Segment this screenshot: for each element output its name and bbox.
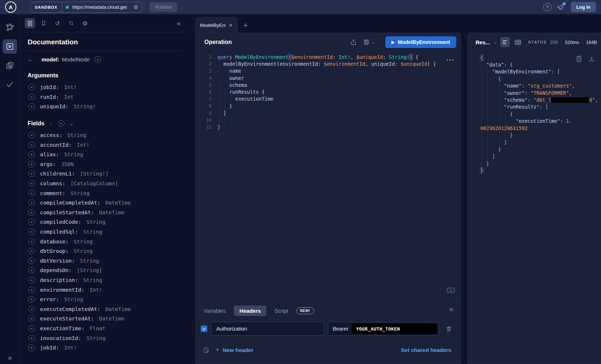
field-type[interactable]: String [74, 239, 93, 244]
add-field-icon[interactable]: + [28, 296, 35, 303]
save-operation-control[interactable]: ⌄ [363, 39, 375, 45]
tab-headers[interactable]: Headers [234, 306, 266, 316]
login-button[interactable]: Log in [571, 2, 596, 12]
add-field-icon[interactable]: + [28, 344, 35, 351]
add-field-icon[interactable]: + [28, 258, 35, 264]
raw-view-icon[interactable] [500, 37, 510, 47]
field-name[interactable]: executeStartedAt: [40, 316, 94, 321]
sort-fields-icon[interactable]: ↓ [49, 121, 52, 126]
field-type[interactable]: DateTime [105, 200, 131, 206]
add-field-icon[interactable]: + [28, 94, 35, 100]
run-operation-button[interactable]: ▶ ModelByEnvironment [385, 36, 456, 48]
add-type-icon[interactable]: + [95, 56, 101, 63]
set-shared-headers-link[interactable]: Set shared headers [401, 347, 451, 353]
add-field-icon[interactable]: + [28, 151, 35, 158]
keyboard-shortcuts-icon[interactable] [447, 287, 455, 293]
add-field-icon[interactable]: + [28, 180, 35, 187]
field-name[interactable]: error: [40, 296, 59, 302]
field-type[interactable]: String [74, 248, 93, 254]
code-line[interactable]: 5 schema [196, 81, 461, 88]
announcements-icon[interactable] [557, 3, 565, 11]
field-name[interactable]: alias: [40, 151, 59, 157]
field-name[interactable]: childrenL1: [40, 171, 75, 177]
code-line[interactable]: 9 } [196, 109, 461, 116]
help-icon[interactable]: ? [543, 3, 552, 11]
field-type[interactable]: [CatalogColumn] [71, 181, 118, 186]
field-name[interactable]: executionTime: [40, 325, 84, 331]
field-type[interactable]: Int! [89, 287, 102, 293]
collapse-subpanel-icon[interactable] [448, 306, 454, 312]
field-type[interactable]: String [64, 296, 83, 302]
response-title[interactable]: Res... [476, 39, 490, 45]
field-name[interactable]: dbtVersion: [40, 258, 75, 264]
field-type[interactable]: Int! [64, 84, 77, 90]
add-field-icon[interactable]: + [28, 103, 35, 110]
field-type[interactable]: String! [74, 104, 96, 109]
add-all-fields-icon[interactable]: + [58, 120, 64, 127]
checks-icon[interactable] [3, 77, 17, 92]
editor-more-options-icon[interactable]: ••• [446, 57, 455, 62]
add-field-icon[interactable]: + [28, 84, 35, 90]
docs-settings-icon[interactable]: ⚙ [80, 18, 90, 28]
add-field-icon[interactable]: + [28, 161, 35, 167]
save-menu-chevron-icon[interactable]: ⌄ [372, 40, 375, 45]
publish-button[interactable]: Publish [149, 2, 177, 12]
field-name[interactable]: description: [40, 277, 78, 283]
schema-graph-icon[interactable] [3, 20, 17, 35]
add-field-icon[interactable]: + [28, 209, 35, 216]
field-name[interactable]: compileCompletedAt: [40, 200, 100, 206]
field-type[interactable]: String [83, 277, 102, 283]
field-type[interactable]: Int! [77, 142, 89, 148]
operation-collections-icon[interactable] [3, 58, 17, 73]
field-name[interactable]: executeCompletedAt: [40, 306, 100, 312]
search-icon[interactable] [66, 18, 76, 28]
new-tab-icon[interactable]: + [243, 21, 248, 30]
back-icon[interactable]: ← [28, 56, 37, 63]
field-name[interactable]: database: [40, 239, 69, 244]
field-type[interactable]: String [67, 132, 86, 138]
field-name[interactable]: access: [40, 132, 62, 138]
field-name[interactable]: uniqueId: [40, 104, 69, 109]
field-name[interactable]: args: [40, 161, 56, 167]
field-type[interactable]: String [80, 258, 99, 264]
field-type[interactable]: String [64, 151, 83, 157]
field-type[interactable]: [String!] [80, 171, 109, 177]
code-line[interactable]: 2 modelByEnvironment(environmentId: $env… [196, 60, 461, 67]
expand-rail-icon[interactable]: » [0, 353, 20, 362]
field-type[interactable]: String [87, 335, 105, 341]
code-line[interactable]: 10 [196, 117, 461, 124]
share-operation-icon[interactable] [350, 39, 357, 45]
preflight-script-icon[interactable] [203, 347, 210, 353]
bookmark-icon[interactable] [39, 18, 49, 28]
field-type[interactable]: String [87, 219, 105, 225]
field-name[interactable]: jobId: [40, 345, 59, 351]
add-field-icon[interactable]: + [28, 199, 35, 206]
add-field-icon[interactable]: + [28, 335, 35, 341]
field-name[interactable]: accountId: [40, 142, 72, 148]
field-type[interactable]: [String] [77, 267, 102, 273]
code-line[interactable]: 11} [196, 124, 461, 130]
add-field-icon[interactable]: + [28, 142, 35, 148]
history-icon[interactable]: ↺ [52, 18, 63, 28]
add-field-icon[interactable]: + [28, 170, 35, 177]
close-tab-icon[interactable]: ✕ [229, 23, 233, 28]
tab-variables[interactable]: Variables [204, 308, 226, 314]
field-name[interactable]: invocationId: [40, 335, 81, 341]
add-field-icon[interactable]: + [28, 306, 35, 312]
add-field-icon[interactable]: + [28, 315, 35, 322]
endpoint-url-input[interactable] [72, 4, 131, 10]
table-view-icon[interactable] [513, 37, 522, 47]
field-type[interactable]: String [71, 190, 89, 196]
field-type[interactable]: DateTime [105, 306, 131, 312]
operation-tab[interactable]: ModelByEnvi... ✕ [195, 17, 237, 33]
field-type[interactable]: Int [64, 94, 73, 100]
add-field-icon[interactable]: + [28, 248, 35, 254]
field-type[interactable]: Int! [64, 345, 77, 351]
field-type[interactable]: DateTime [99, 316, 124, 321]
tab-script[interactable]: Script [275, 308, 288, 314]
code-line[interactable]: 6 runResults { [196, 88, 461, 95]
new-header-button[interactable]: + New header [216, 346, 253, 354]
code-line[interactable]: 1query ModelByEnvironment($environmentId… [196, 53, 461, 60]
code-line[interactable]: 7 executionTime [196, 96, 461, 102]
add-field-icon[interactable]: + [28, 277, 35, 283]
